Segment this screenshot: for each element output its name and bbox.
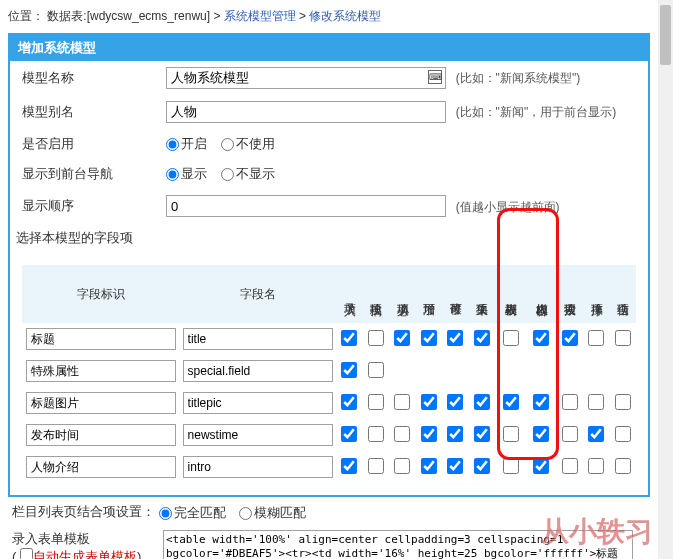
- enable-on-label: 开启: [181, 136, 207, 151]
- field-checkbox[interactable]: [394, 330, 410, 346]
- main-panel: 增加系统模型 模型名称 ⌨ (比如："新闻系统模型") 模型别名 (比如："新闻…: [8, 33, 650, 497]
- field-checkbox[interactable]: [368, 362, 384, 378]
- th-collect-item: 采集项: [469, 265, 496, 323]
- model-alias-input[interactable]: [166, 101, 446, 123]
- show-on-radio[interactable]: [166, 168, 179, 181]
- field-checkbox[interactable]: [368, 458, 384, 474]
- fields-table: 字段标识 字段名 录入项 投稿项 必填项 可增加 可修改 采集项 列表模板 内容…: [22, 265, 636, 483]
- field-id-input[interactable]: [26, 392, 176, 414]
- field-checkbox[interactable]: [588, 458, 604, 474]
- label-show-nav: 显示到前台导航: [10, 159, 160, 189]
- field-name-input[interactable]: [183, 392, 333, 414]
- field-checkbox[interactable]: [394, 426, 410, 442]
- match-full-label: 完全匹配: [174, 505, 226, 520]
- window-scrollbar[interactable]: [658, 0, 673, 559]
- field-checkbox[interactable]: [421, 330, 437, 346]
- hint-model-name: (比如："新闻系统模型"): [456, 71, 581, 85]
- field-name-input[interactable]: [183, 328, 333, 350]
- enable-off-label: 不使用: [236, 136, 275, 151]
- field-checkbox[interactable]: [562, 330, 578, 346]
- auto-gen-label: 自动生成表单模板: [33, 549, 137, 559]
- breadcrumb-link-edit-model[interactable]: 修改系统模型: [309, 9, 381, 23]
- label-order: 显示顺序: [10, 189, 160, 223]
- field-checkbox[interactable]: [503, 330, 519, 346]
- th-required-item: 必填项: [389, 265, 416, 323]
- field-name-input[interactable]: [183, 456, 333, 478]
- th-content-tpl: 内容模板: [526, 265, 557, 323]
- field-checkbox[interactable]: [503, 458, 519, 474]
- field-checkbox[interactable]: [474, 426, 490, 442]
- field-checkbox[interactable]: [533, 458, 549, 474]
- field-checkbox[interactable]: [421, 394, 437, 410]
- match-fuzzy-radio[interactable]: [239, 507, 252, 520]
- field-checkbox[interactable]: [615, 394, 631, 410]
- settings-label: 栏目列表页结合项设置：: [8, 504, 155, 519]
- auto-gen-checkbox[interactable]: [20, 548, 33, 559]
- field-checkbox[interactable]: [341, 458, 357, 474]
- field-checkbox[interactable]: [368, 330, 384, 346]
- field-checkbox[interactable]: [421, 426, 437, 442]
- model-name-input[interactable]: [166, 67, 446, 89]
- field-name-input[interactable]: [183, 424, 333, 446]
- show-off-radio[interactable]: [221, 168, 234, 181]
- template-label: 录入表单模板: [12, 530, 163, 548]
- field-checkbox[interactable]: [615, 330, 631, 346]
- field-name-input[interactable]: [183, 360, 333, 382]
- order-input[interactable]: [166, 195, 446, 217]
- field-checkbox[interactable]: [562, 458, 578, 474]
- field-checkbox[interactable]: [421, 458, 437, 474]
- th-field-name: 字段名: [179, 265, 336, 323]
- breadcrumb-link-model-mgmt[interactable]: 系统模型管理: [224, 9, 296, 23]
- field-id-input[interactable]: [26, 424, 176, 446]
- table-row: [22, 387, 636, 419]
- field-checkbox[interactable]: [562, 426, 578, 442]
- ime-icon: ⌨: [428, 70, 442, 84]
- field-checkbox[interactable]: [474, 458, 490, 474]
- table-row: [22, 323, 636, 355]
- field-checkbox[interactable]: [447, 394, 463, 410]
- field-checkbox[interactable]: [588, 330, 604, 346]
- list-combine-settings: 栏目列表页结合项设置： 完全匹配 模糊匹配: [8, 497, 650, 526]
- field-checkbox[interactable]: [341, 362, 357, 378]
- label-model-name: 模型名称: [10, 61, 160, 95]
- field-checkbox[interactable]: [341, 394, 357, 410]
- field-id-input[interactable]: [26, 328, 176, 350]
- field-checkbox[interactable]: [533, 330, 549, 346]
- show-off-label: 不显示: [236, 166, 275, 181]
- field-checkbox[interactable]: [368, 426, 384, 442]
- field-id-input[interactable]: [26, 360, 176, 382]
- field-checkbox[interactable]: [503, 394, 519, 410]
- hint-order: (值越小显示越前面): [456, 200, 560, 214]
- field-checkbox[interactable]: [368, 394, 384, 410]
- field-checkbox[interactable]: [615, 458, 631, 474]
- th-list-tpl: 列表模板: [495, 265, 526, 323]
- table-row: [22, 419, 636, 451]
- section-select-fields: 选择本模型的字段项: [10, 223, 648, 253]
- template-textarea[interactable]: [163, 530, 633, 559]
- field-checkbox[interactable]: [588, 394, 604, 410]
- enable-off-radio[interactable]: [221, 138, 234, 151]
- breadcrumb: 位置： 数据表:[wdycsw_ecms_renwu] > 系统模型管理 > 修…: [8, 4, 650, 33]
- field-checkbox[interactable]: [447, 458, 463, 474]
- scrollbar-thumb[interactable]: [660, 5, 671, 65]
- field-checkbox[interactable]: [341, 426, 357, 442]
- th-search-item: 搜索项: [556, 265, 583, 323]
- field-checkbox[interactable]: [394, 394, 410, 410]
- breadcrumb-datasource: 数据表:[wdycsw_ecms_renwu]: [47, 9, 210, 23]
- match-full-radio[interactable]: [159, 507, 172, 520]
- field-checkbox[interactable]: [447, 426, 463, 442]
- field-checkbox[interactable]: [562, 394, 578, 410]
- field-checkbox[interactable]: [588, 426, 604, 442]
- field-checkbox[interactable]: [615, 426, 631, 442]
- field-checkbox[interactable]: [533, 394, 549, 410]
- field-id-input[interactable]: [26, 456, 176, 478]
- th-can-edit: 可修改: [442, 265, 469, 323]
- enable-on-radio[interactable]: [166, 138, 179, 151]
- field-checkbox[interactable]: [503, 426, 519, 442]
- field-checkbox[interactable]: [474, 330, 490, 346]
- field-checkbox[interactable]: [474, 394, 490, 410]
- field-checkbox[interactable]: [394, 458, 410, 474]
- field-checkbox[interactable]: [341, 330, 357, 346]
- field-checkbox[interactable]: [533, 426, 549, 442]
- field-checkbox[interactable]: [447, 330, 463, 346]
